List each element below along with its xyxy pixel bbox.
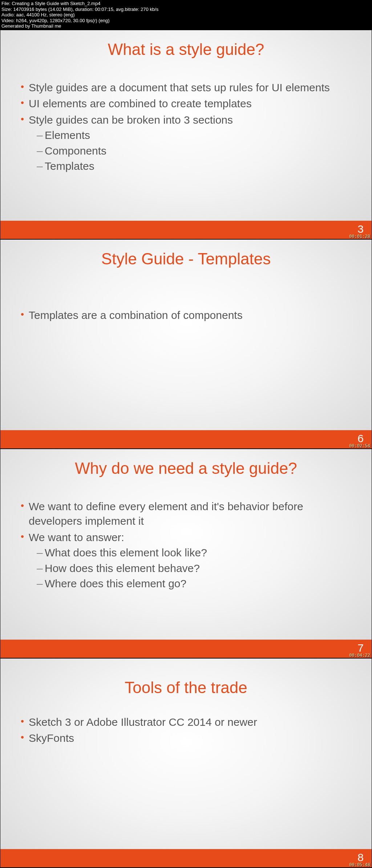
sub-list: What does this element look like? How do…: [29, 545, 353, 591]
bullet-item: Style guides can be broken into 3 sectio…: [19, 113, 353, 174]
audio-line: Audio: aac, 44100 Hz, stereo (eng): [1, 12, 371, 18]
slide-body: Sketch 3 or Adobe Illustrator CC 2014 or…: [0, 700, 372, 755]
slide-body: Style guides are a document that sets up…: [0, 62, 372, 183]
footer-bar: 7: [0, 640, 372, 658]
footer-bar: 8: [0, 849, 372, 867]
timestamp: 00:04:22: [349, 653, 370, 658]
bullet-item: UI elements are combined to create templ…: [19, 96, 353, 111]
file-line: File: Creating a Style Guide with Sketch…: [1, 1, 371, 7]
bullet-item: Templates are a combination of component…: [19, 308, 353, 323]
sub-item: Elements: [36, 128, 353, 143]
slide-thumbnail: Style Guide - Templates Templates are a …: [0, 239, 372, 449]
footer-bar: 3: [0, 221, 372, 239]
sub-item: What does this element look like?: [36, 545, 353, 560]
slide-thumbnail: What is a style guide? Style guides are …: [0, 30, 372, 239]
slide-thumbnail: Tools of the trade Sketch 3 or Adobe Ill…: [0, 658, 372, 868]
bullet-text: We want to answer:: [29, 531, 124, 543]
sub-item: Templates: [36, 159, 353, 174]
bullet-text: Style guides can be broken into 3 sectio…: [29, 114, 233, 126]
sub-item: Where does this element go?: [36, 576, 353, 591]
video-metadata-header: File: Creating a Style Guide with Sketch…: [0, 0, 372, 30]
slide-title: Tools of the trade: [0, 659, 372, 700]
bullet-item: We want to answer: What does this elemen…: [19, 530, 353, 591]
bullet-item: We want to define every element and it's…: [19, 499, 353, 529]
timestamp: 00:02:54: [349, 443, 370, 448]
bullet-list: Templates are a combination of component…: [19, 308, 353, 323]
slide-thumbnail: Why do we need a style guide? We want to…: [0, 449, 372, 658]
timestamp: 00:01:28: [349, 234, 370, 239]
generated-line: Generated by Thumbnail me: [1, 23, 371, 29]
slide-title: What is a style guide?: [0, 30, 372, 62]
bullet-list: Sketch 3 or Adobe Illustrator CC 2014 or…: [19, 715, 353, 746]
bullet-list: We want to define every element and it's…: [19, 499, 353, 591]
bullet-item: Sketch 3 or Adobe Illustrator CC 2014 or…: [19, 715, 353, 730]
slide-body: Templates are a combination of component…: [0, 272, 372, 332]
sub-item: Components: [36, 144, 353, 159]
footer-bar: 6: [0, 430, 372, 448]
bullet-item: Style guides are a document that sets up…: [19, 80, 353, 95]
bullet-list: Style guides are a document that sets up…: [19, 80, 353, 174]
slide-body: We want to define every element and it's…: [0, 481, 372, 600]
slide-title: Style Guide - Templates: [0, 240, 372, 272]
page-number: 7: [357, 642, 364, 654]
slide-title: Why do we need a style guide?: [0, 449, 372, 481]
bullet-item: SkyFonts: [19, 731, 353, 746]
size-line: Size: 14703916 bytes (14.02 MiB), durati…: [1, 7, 371, 12]
sub-list: Elements Components Templates: [29, 128, 353, 174]
sub-item: How does this element behave?: [36, 561, 353, 576]
page-number: 3: [357, 223, 364, 235]
timestamp: 00:05:48: [349, 862, 370, 867]
page-number: 8: [357, 851, 364, 864]
page-number: 6: [357, 432, 364, 445]
video-line: Video: h264, yuv420p, 1280x720, 30.00 fp…: [1, 18, 371, 24]
